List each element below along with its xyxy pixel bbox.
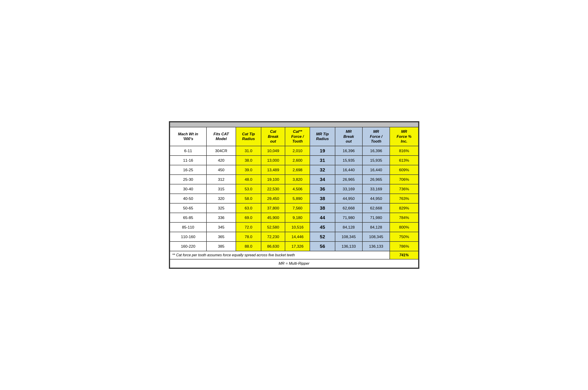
cell-cat-force-tooth: 17,326: [285, 242, 310, 251]
cell-mr-force-tooth: 136,133: [362, 242, 390, 251]
cell-mr-breakout: 84,128: [335, 222, 362, 232]
cell-mr-breakout: 15,935: [335, 155, 362, 165]
cell-cat-force-tooth: 3,820: [285, 175, 310, 184]
cell-cat-model: 385: [206, 242, 236, 251]
cell-mach-wt: 16-25: [170, 165, 207, 175]
table-title: [170, 122, 418, 127]
cell-cat-tip-radius: 31.0: [236, 146, 261, 155]
cell-mr-breakout: 16,440: [335, 165, 362, 175]
cell-mach-wt: 6-11: [170, 146, 207, 155]
table-row: 25-3031248.019,1003,8203426,96526,965706…: [170, 175, 418, 184]
cell-cat-tip-radius: 39.0: [236, 165, 261, 175]
footnote-text: ** Cat force per tooth assumes force equ…: [170, 251, 390, 259]
cell-mr-tip-radius: 38: [310, 203, 335, 213]
cell-cat-tip-radius: 88.0: [236, 242, 261, 251]
cell-cat-model: 450: [206, 165, 236, 175]
cell-cat-tip-radius: 72.0: [236, 222, 261, 232]
cell-mr-force-inc: 706%: [390, 175, 418, 184]
cell-mr-breakout: 33,169: [335, 184, 362, 194]
header-mach-wt: Mach Wt in'000's: [170, 127, 207, 146]
cell-mach-wt: 65-85: [170, 213, 207, 222]
cell-cat-model: 320: [206, 194, 236, 203]
cell-mach-wt: 50-65: [170, 203, 207, 213]
cell-mr-breakout: 108,345: [335, 232, 362, 242]
cell-cat-breakout: 29,450: [261, 194, 285, 203]
cell-cat-force-tooth: 7,560: [285, 203, 310, 213]
footer-row: MR = Multi-Ripper: [170, 259, 418, 268]
cell-mr-force-tooth: 15,935: [362, 155, 390, 165]
cell-mr-breakout: 71,980: [335, 213, 362, 222]
comparison-table-wrapper: Mach Wt in'000's Fits CATModel Cat TipRa…: [169, 121, 419, 269]
header-cat-force-tooth: Cat**Force /Tooth: [285, 127, 310, 146]
cell-mr-breakout: 62,668: [335, 203, 362, 213]
cell-mr-force-inc: 763%: [390, 194, 418, 203]
header-mr-tip-radius: MR TipRadius: [310, 127, 335, 146]
header-mr-breakout: MRBreakout: [335, 127, 362, 146]
cell-cat-breakout: 37,800: [261, 203, 285, 213]
cell-mach-wt: 30-40: [170, 184, 207, 194]
cell-cat-force-tooth: 14,446: [285, 232, 310, 242]
title-row: [170, 122, 418, 127]
cell-mr-force-tooth: 84,128: [362, 222, 390, 232]
cell-mr-force-inc: 829%: [390, 203, 418, 213]
table-row: 11-1642038.013,0002,6003115,93515,935613…: [170, 155, 418, 165]
table-row: 65-8533669.045,9009,1804471,98071,980784…: [170, 213, 418, 222]
footnote-avg: 741%: [390, 251, 418, 259]
header-row: Mach Wt in'000's Fits CATModel Cat TipRa…: [170, 127, 418, 146]
header-cat-breakout: CatBreakout: [261, 127, 285, 146]
cell-cat-breakout: 10,049: [261, 146, 285, 155]
header-mr-force-tooth: MRForce /Tooth: [362, 127, 390, 146]
table-row: 110-16036578.072,23014,44652108,345108,3…: [170, 232, 418, 242]
table-row: 16-2545039.013,4892,6983216,44016,440609…: [170, 165, 418, 175]
cell-mr-tip-radius: 34: [310, 175, 335, 184]
cell-mr-tip-radius: 56: [310, 242, 335, 251]
table-row: 50-6532563.037,8007,5603862,66862,668829…: [170, 203, 418, 213]
cell-mr-tip-radius: 32: [310, 165, 335, 175]
cell-cat-breakout: 45,900: [261, 213, 285, 222]
cell-mach-wt: 25-30: [170, 175, 207, 184]
cell-cat-force-tooth: 9,180: [285, 213, 310, 222]
cell-mr-force-tooth: 108,345: [362, 232, 390, 242]
cell-mr-force-inc: 800%: [390, 222, 418, 232]
table-row: 6-11304CR31.010,0492,0101916,39616,39681…: [170, 146, 418, 155]
cell-mr-tip-radius: 44: [310, 213, 335, 222]
table-row: 30-4031553.022,5304,5063633,16933,169736…: [170, 184, 418, 194]
cell-cat-tip-radius: 78.0: [236, 232, 261, 242]
cell-mr-tip-radius: 38: [310, 194, 335, 203]
cell-cat-breakout: 19,100: [261, 175, 285, 184]
cell-mr-force-tooth: 62,668: [362, 203, 390, 213]
cell-mr-breakout: 26,965: [335, 175, 362, 184]
cell-cat-breakout: 13,489: [261, 165, 285, 175]
comparison-table: Mach Wt in'000's Fits CATModel Cat TipRa…: [170, 122, 419, 268]
cell-mr-force-inc: 786%: [390, 242, 418, 251]
table-row: 160-22038588.086,63017,32656136,133136,1…: [170, 242, 418, 251]
table-row: 40-5032058.029,4505,8903844,95044,950763…: [170, 194, 418, 203]
cell-mr-force-inc: 609%: [390, 165, 418, 175]
cell-cat-force-tooth: 5,890: [285, 194, 310, 203]
cell-mr-force-inc: 784%: [390, 213, 418, 222]
cell-cat-model: 345: [206, 222, 236, 232]
cell-cat-tip-radius: 63.0: [236, 203, 261, 213]
cell-cat-model: 420: [206, 155, 236, 165]
cell-cat-force-tooth: 10,516: [285, 222, 310, 232]
cell-mr-force-tooth: 26,965: [362, 175, 390, 184]
cell-mr-tip-radius: 45: [310, 222, 335, 232]
table-row: 85-11034572.052,58010,5164584,12884,1288…: [170, 222, 418, 232]
footer-text: MR = Multi-Ripper: [170, 259, 418, 268]
cell-mr-force-tooth: 44,950: [362, 194, 390, 203]
cell-mr-force-inc: 816%: [390, 146, 418, 155]
cell-mr-tip-radius: 19: [310, 146, 335, 155]
cell-mr-breakout: 16,396: [335, 146, 362, 155]
footnote-row: ** Cat force per tooth assumes force equ…: [170, 251, 418, 259]
cell-cat-tip-radius: 69.0: [236, 213, 261, 222]
cell-mr-tip-radius: 52: [310, 232, 335, 242]
cell-cat-breakout: 52,580: [261, 222, 285, 232]
cell-mr-force-tooth: 16,440: [362, 165, 390, 175]
cell-mr-force-tooth: 33,169: [362, 184, 390, 194]
cell-cat-breakout: 72,230: [261, 232, 285, 242]
cell-cat-force-tooth: 4,506: [285, 184, 310, 194]
cell-cat-model: 325: [206, 203, 236, 213]
cell-cat-breakout: 22,530: [261, 184, 285, 194]
cell-cat-tip-radius: 38.0: [236, 155, 261, 165]
cell-cat-tip-radius: 53.0: [236, 184, 261, 194]
